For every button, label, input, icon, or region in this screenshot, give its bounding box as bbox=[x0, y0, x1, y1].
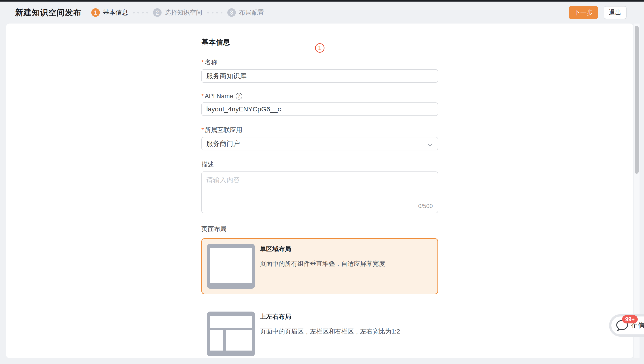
single-region-layout-thumbnail-icon bbox=[207, 244, 255, 289]
layout-option-description: 页面中的页眉区，左栏区和右栏区，左右宽比为1:2 bbox=[260, 327, 400, 336]
step-1-basic-info[interactable]: 1 基本信息 bbox=[91, 8, 128, 17]
app-label: *所属互联应用 bbox=[202, 126, 438, 134]
layout-option-title: 上左右布局 bbox=[260, 312, 400, 321]
name-field-group: *名称 bbox=[202, 58, 438, 83]
step-separator-dots bbox=[133, 12, 148, 14]
description-label: 描述 bbox=[202, 160, 438, 169]
step-2-badge: 2 bbox=[153, 8, 162, 17]
help-icon[interactable]: ? bbox=[236, 93, 242, 100]
basic-info-form: 基本信息 1 *名称 *API Name ? *所属互联应用 服务商门户 bbox=[202, 24, 438, 358]
layout-option-header-left-right[interactable]: 上左右布局 页面中的页眉区，左栏区和右栏区，左右宽比为1:2 bbox=[202, 306, 438, 358]
api-name-field-group: *API Name ? bbox=[202, 93, 438, 116]
page-title: 新建知识空间发布 bbox=[15, 7, 82, 18]
api-name-input[interactable] bbox=[202, 102, 438, 116]
step-3-label: 布局配置 bbox=[239, 8, 264, 17]
step-indicator: 1 基本信息 2 选择知识空间 3 布局配置 bbox=[91, 8, 264, 17]
char-counter: 0/500 bbox=[418, 203, 433, 210]
header-left-right-layout-thumbnail-icon bbox=[207, 311, 255, 356]
required-asterisk: * bbox=[202, 93, 204, 100]
step-1-badge: 1 bbox=[91, 8, 100, 17]
unread-count-badge: 99+ bbox=[622, 315, 638, 323]
exit-button[interactable]: 退出 bbox=[604, 6, 626, 19]
name-input[interactable] bbox=[202, 69, 438, 83]
app-select[interactable]: 服务商门户 bbox=[202, 137, 438, 150]
chat-widget[interactable]: 99+ 企信 bbox=[609, 314, 644, 337]
step-3-badge: 3 bbox=[227, 8, 236, 17]
next-step-button[interactable]: 下一步 bbox=[569, 6, 598, 19]
layout-option-description: 页面中的所有组件垂直堆叠，自适应屏幕宽度 bbox=[260, 260, 385, 268]
description-field-group: 描述 0/500 bbox=[202, 160, 438, 213]
name-label: *名称 bbox=[202, 58, 438, 67]
required-asterisk: * bbox=[202, 126, 204, 134]
required-asterisk: * bbox=[202, 59, 204, 66]
header-actions: 下一步 退出 bbox=[569, 6, 626, 19]
main-content-card: 基本信息 1 *名称 *API Name ? *所属互联应用 服务商门户 bbox=[6, 24, 633, 358]
vertical-scrollbar-thumb[interactable] bbox=[634, 26, 639, 174]
description-textarea-wrap: 0/500 bbox=[202, 171, 438, 213]
vertical-scrollbar-track[interactable] bbox=[634, 24, 640, 358]
layout-option-single-region[interactable]: 单区域布局 页面中的所有组件垂直堆叠，自适应屏幕宽度 bbox=[202, 238, 438, 294]
annotation-circle-1: 1 bbox=[315, 43, 324, 53]
page-layout-label: 页面布局 bbox=[202, 225, 438, 233]
wizard-header: 新建知识空间发布 1 基本信息 2 选择知识空间 3 布局配置 下一步 退出 bbox=[0, 2, 644, 24]
step-2-label: 选择知识空间 bbox=[165, 8, 202, 17]
description-textarea[interactable] bbox=[202, 172, 438, 203]
step-3-layout-config[interactable]: 3 布局配置 bbox=[227, 8, 264, 17]
chevron-down-icon bbox=[428, 141, 433, 147]
step-2-select-space[interactable]: 2 选择知识空间 bbox=[153, 8, 202, 17]
layout-option-title: 单区域布局 bbox=[260, 245, 385, 253]
window-top-strip bbox=[0, 0, 644, 2]
api-name-label: *API Name ? bbox=[202, 93, 438, 100]
app-field-group: *所属互联应用 服务商门户 bbox=[202, 126, 438, 150]
app-select-value: 服务商门户 bbox=[206, 139, 240, 148]
step-separator-dots bbox=[207, 12, 222, 14]
step-1-label: 基本信息 bbox=[103, 8, 128, 17]
